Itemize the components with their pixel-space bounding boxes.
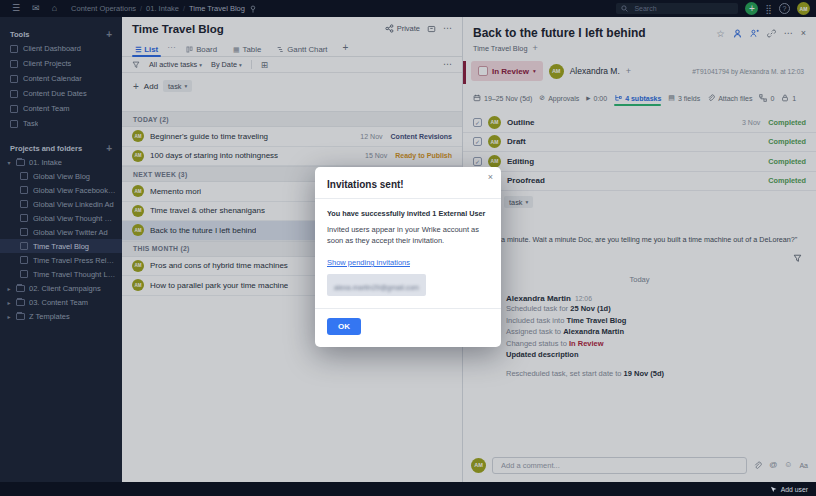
- modal-message-primary: You have successfully invited 1 External…: [327, 209, 489, 218]
- invited-email-pill: alexa.martin29@gmail.com: [327, 274, 426, 296]
- app-window: ☰ ✉ ⌂ Content Operations / 01. Intake / …: [0, 0, 816, 496]
- cursor-icon: [770, 486, 777, 493]
- modal-message-secondary: Invited users appear in your Wrike accou…: [327, 224, 487, 246]
- divider: [315, 198, 501, 199]
- invited-email: alexa.martin29@gmail.com: [334, 284, 419, 291]
- show-pending-invitations-link[interactable]: Show pending invitations: [327, 258, 410, 267]
- bottom-annotation-bar: Add user: [0, 482, 816, 496]
- ok-button[interactable]: OK: [327, 318, 361, 335]
- invitations-sent-modal: × Invitations sent! You have successfull…: [315, 167, 501, 347]
- modal-title: Invitations sent!: [327, 179, 489, 190]
- divider: [315, 308, 501, 309]
- add-user-label: Add user: [781, 486, 808, 493]
- close-icon[interactable]: ×: [488, 173, 493, 182]
